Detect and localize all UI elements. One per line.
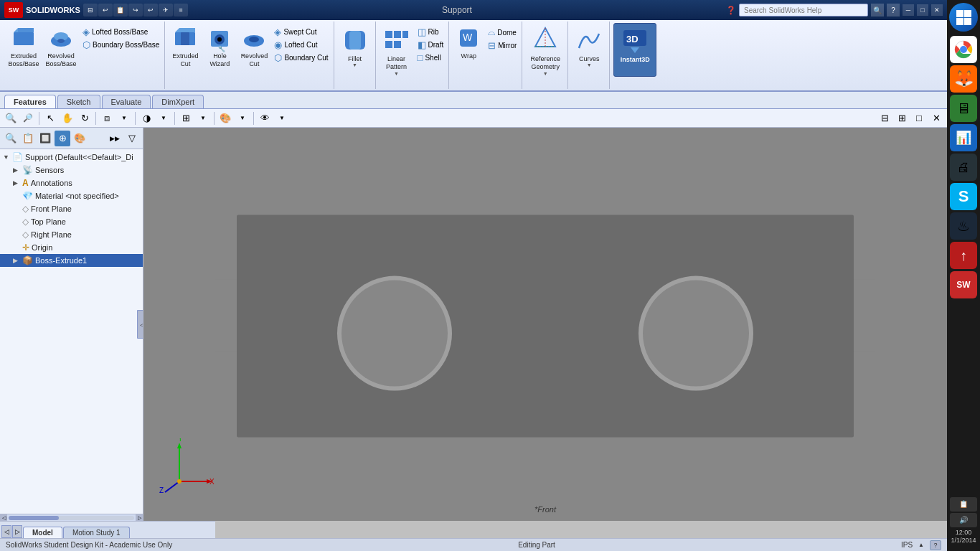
zoom-in-btn[interactable]: 🔍 bbox=[3, 110, 19, 126]
menu-btn-6[interactable]: ✈ bbox=[159, 4, 173, 17]
taskbar-notify-btn[interactable]: 📋 bbox=[950, 497, 977, 512]
fillet-dropdown[interactable]: ▼ bbox=[352, 62, 357, 67]
tree-top-plane-item[interactable]: ◇ Top Plane bbox=[0, 215, 143, 228]
sidebar-hscroll-thumb[interactable] bbox=[9, 516, 59, 520]
status-units-arrow[interactable]: ▲ bbox=[918, 542, 924, 548]
tree-right-plane-item[interactable]: ◇ Right Plane bbox=[0, 228, 143, 241]
shell-button[interactable]: □ Shell bbox=[415, 52, 446, 64]
pan-btn[interactable]: ✋ bbox=[60, 110, 75, 126]
restore-btn[interactable]: □ bbox=[917, 4, 928, 16]
view-orient-dropdown[interactable]: ▼ bbox=[116, 110, 132, 126]
taskbar-blue-btn[interactable]: 📊 bbox=[950, 124, 977, 151]
ref-geo-dropdown[interactable]: ▼ bbox=[543, 71, 548, 76]
taskbar-firefox-btn[interactable]: 🦊 bbox=[950, 65, 977, 93]
fullscreen-btn[interactable]: ⊞ bbox=[894, 110, 910, 126]
lofted-boss-button[interactable]: ◈ Lofted Boss/Base bbox=[80, 26, 161, 38]
instant3d-button[interactable]: 3D Instant3D bbox=[613, 23, 656, 77]
tab-evaluate[interactable]: Evaluate bbox=[102, 95, 151, 108]
viewport[interactable]: Y X Z *Front bbox=[143, 128, 947, 521]
menu-btn-2[interactable]: ↩ bbox=[98, 4, 113, 17]
appearance-dropdown[interactable]: ▼ bbox=[235, 110, 250, 126]
sidebar-hscroll-left[interactable]: ◁ bbox=[0, 514, 7, 522]
tab-scroll-right[interactable]: ▷ bbox=[12, 525, 22, 538]
appearance-btn[interactable]: 🎨 bbox=[217, 110, 233, 126]
sidebar-filter-btn[interactable]: ▽ bbox=[124, 131, 140, 146]
hole-wizard-button[interactable]: 🔧 Hole Wizard bbox=[203, 23, 236, 77]
menu-btn-3[interactable]: 📋 bbox=[113, 4, 128, 17]
extruded-cut-button[interactable]: Extruded Cut bbox=[169, 23, 202, 77]
bottom-tab-model[interactable]: Model bbox=[23, 527, 62, 538]
tree-boss-extrude1-item[interactable]: ▶ 📦 Boss-Extrude1 bbox=[0, 254, 143, 267]
menu-btn-7[interactable]: ≡ bbox=[174, 4, 188, 17]
minimize-btn[interactable]: ─ bbox=[903, 4, 914, 16]
display-style-btn[interactable]: ◑ bbox=[138, 110, 154, 126]
reference-geometry-button[interactable]: Reference Geometry ▼ bbox=[526, 23, 565, 78]
bottom-tab-motion[interactable]: Motion Study 1 bbox=[63, 527, 130, 538]
close-btn[interactable]: ✕ bbox=[931, 4, 943, 16]
curves-dropdown[interactable]: ▼ bbox=[587, 62, 592, 67]
display-style-dropdown[interactable]: ▼ bbox=[156, 110, 171, 126]
fillet-button[interactable]: Fillet ▼ bbox=[338, 23, 372, 77]
sidebar-select-btn[interactable]: 🔲 bbox=[37, 131, 53, 146]
close-view-btn[interactable]: ✕ bbox=[928, 110, 944, 126]
wrap-button[interactable]: W Wrap bbox=[453, 23, 484, 77]
rotate-btn[interactable]: ↻ bbox=[77, 110, 93, 126]
taskbar-sound-btn[interactable]: 🔊 bbox=[950, 513, 977, 527]
tree-material-item[interactable]: 💎 Material <not specified> bbox=[0, 189, 143, 202]
hide-btn[interactable]: 👁 bbox=[257, 110, 273, 126]
linear-pattern-dropdown[interactable]: ▼ bbox=[394, 71, 399, 76]
section-dropdown[interactable]: ▼ bbox=[195, 110, 211, 126]
tab-sketch[interactable]: Sketch bbox=[57, 95, 100, 108]
view-orient-btn[interactable]: ⧈ bbox=[99, 110, 115, 126]
sidebar-hscroll-right[interactable]: ▷ bbox=[136, 514, 143, 522]
tab-dimxpert[interactable]: DimXpert bbox=[152, 95, 204, 108]
extruded-boss-button[interactable]: Extruded Boss/Base bbox=[6, 23, 42, 77]
lofted-cut-button[interactable]: ◉ Lofted Cut bbox=[272, 39, 330, 51]
status-help-btn[interactable]: ? bbox=[930, 540, 941, 550]
sidebar-search-btn[interactable]: 🔍 bbox=[3, 131, 19, 146]
hide-dropdown[interactable]: ▼ bbox=[274, 110, 290, 126]
sidebar-list-btn[interactable]: 📋 bbox=[20, 131, 36, 146]
dome-button[interactable]: ⌓ Dome bbox=[486, 26, 519, 39]
rib-button[interactable]: ◫ Rib bbox=[415, 26, 446, 38]
boundary-cut-button[interactable]: ⬡ Boundary Cut bbox=[272, 52, 330, 64]
linear-pattern-button[interactable]: Linear Pattern ▼ bbox=[380, 23, 414, 78]
taskbar-arrow-btn[interactable]: ↑ bbox=[950, 242, 977, 269]
tree-front-plane-item[interactable]: ◇ Front Plane bbox=[0, 202, 143, 215]
tab-features[interactable]: Features bbox=[4, 95, 56, 108]
select-btn[interactable]: ↖ bbox=[42, 110, 58, 126]
sidebar-color-btn[interactable]: 🎨 bbox=[72, 131, 88, 146]
tree-origin-item[interactable]: ✛ Origin bbox=[0, 241, 143, 254]
restore-view-btn[interactable]: □ bbox=[911, 110, 927, 126]
section-btn[interactable]: ⊞ bbox=[178, 110, 194, 126]
sidebar-toggle-btn[interactable]: ⊟ bbox=[877, 110, 892, 126]
taskbar-chrome-btn[interactable] bbox=[950, 36, 977, 63]
search-btn[interactable]: 🔍 bbox=[871, 4, 884, 17]
tree-root-item[interactable]: ▼ 📄 Support (Default<<Default>_Di bbox=[0, 151, 143, 164]
tree-sensors-item[interactable]: ▶ 📡 Sensors bbox=[0, 164, 143, 176]
mirror-button[interactable]: ⊟ Mirror bbox=[486, 39, 519, 52]
taskbar-dark-btn[interactable]: 🖨 bbox=[950, 154, 977, 181]
title-menu[interactable]: ⊟ ↩ 📋 ↪ ↩ ✈ ≡ bbox=[83, 4, 188, 17]
sidebar-collapse-btn[interactable]: ◁ bbox=[137, 310, 143, 339]
tree-annotations-item[interactable]: ▶ A Annotations bbox=[0, 176, 143, 189]
menu-btn-4[interactable]: ↪ bbox=[128, 4, 143, 17]
draft-button[interactable]: ◧ Draft bbox=[415, 39, 446, 51]
menu-btn-1[interactable]: ⊟ bbox=[83, 4, 98, 17]
revolved-cut-button[interactable]: Revolved Cut bbox=[237, 23, 270, 77]
zoom-out-btn[interactable]: 🔎 bbox=[20, 110, 36, 126]
taskbar-skype-btn[interactable]: S bbox=[950, 183, 977, 210]
boundary-boss-button[interactable]: ⬡ Boundary Boss/Base bbox=[80, 39, 161, 51]
curves-button[interactable]: Curves ▼ bbox=[572, 23, 606, 77]
help-btn[interactable]: ? bbox=[887, 4, 900, 17]
sidebar-add-btn[interactable]: ⊕ bbox=[55, 131, 70, 146]
taskbar-monitor-btn[interactable]: 🖥 bbox=[950, 95, 977, 122]
taskbar-sw-btn[interactable]: SW bbox=[950, 271, 977, 298]
menu-btn-5[interactable]: ↩ bbox=[143, 4, 158, 17]
taskbar-steam-btn[interactable]: ♨ bbox=[950, 212, 977, 240]
tab-scroll-left[interactable]: ◁ bbox=[1, 525, 11, 538]
search-input[interactable] bbox=[739, 4, 868, 17]
revolved-boss-button[interactable]: Revolved Boss/Base bbox=[43, 23, 79, 77]
taskbar-start-btn[interactable] bbox=[949, 3, 978, 32]
swept-cut-button[interactable]: ◈ Swept Cut bbox=[272, 26, 330, 38]
